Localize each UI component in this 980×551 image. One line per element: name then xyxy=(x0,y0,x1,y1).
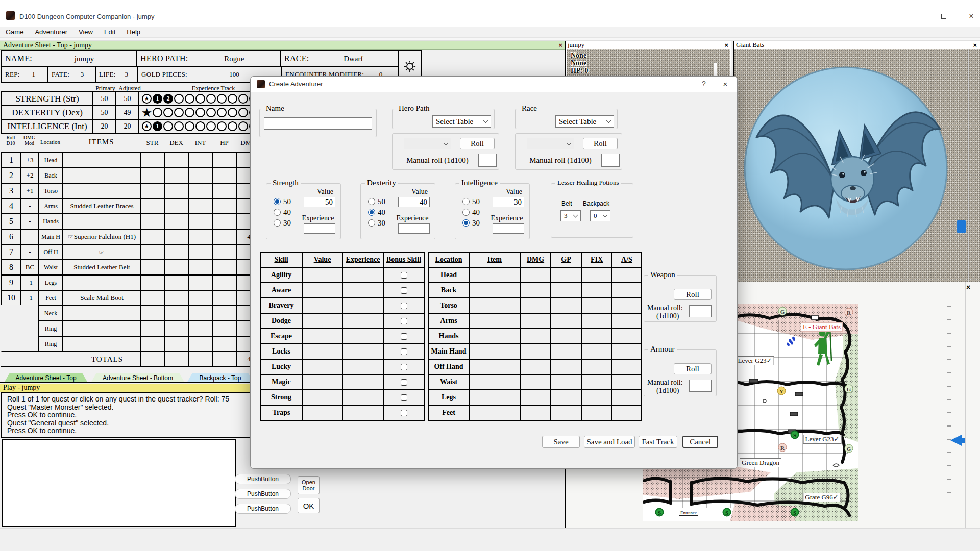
radio-intelligence-30[interactable]: 30 xyxy=(462,218,480,228)
skill-value-agility[interactable] xyxy=(302,267,342,282)
item-stat-cell[interactable] xyxy=(140,320,164,336)
radio-strength-40[interactable]: 40 xyxy=(274,208,291,217)
item-stat-cell[interactable] xyxy=(212,183,236,198)
attribute-experience-strength[interactable] xyxy=(304,223,335,234)
armour-manual-roll-input[interactable] xyxy=(689,380,712,392)
attribute-experience-intelligence[interactable] xyxy=(493,223,524,234)
location-cell-feet[interactable] xyxy=(469,405,520,420)
map-marker-s[interactable]: S xyxy=(791,431,799,439)
skill-experience-bravery[interactable] xyxy=(342,297,383,313)
track-circle[interactable] xyxy=(238,108,248,117)
bonus-skill-checkbox-escape[interactable] xyxy=(401,333,407,340)
location-cell-feet[interactable] xyxy=(550,405,581,420)
item-stat-cell[interactable] xyxy=(212,290,236,305)
item-stat-cell[interactable] xyxy=(164,229,188,244)
item-stat-cell[interactable] xyxy=(140,229,164,244)
push-button-2[interactable]: PushButton xyxy=(235,489,291,499)
item-slot-hands[interactable] xyxy=(62,213,140,229)
location-cell-arms[interactable] xyxy=(581,313,611,328)
armour-roll-button[interactable]: Roll xyxy=(674,363,712,374)
track-circle[interactable] xyxy=(228,121,237,131)
track-circle[interactable] xyxy=(206,108,216,117)
item-slot-torso[interactable] xyxy=(62,183,140,198)
radio-intelligence-40[interactable]: 40 xyxy=(462,208,480,217)
skill-value-traps[interactable] xyxy=(302,405,342,420)
fast-track-button[interactable]: Fast Track xyxy=(639,436,677,448)
map-marker-g[interactable]: G xyxy=(778,307,787,316)
weapon-roll-button[interactable]: Roll xyxy=(674,289,712,300)
item-slot-neck[interactable] xyxy=(62,305,140,320)
track-circle[interactable] xyxy=(217,121,227,131)
track-circle[interactable] xyxy=(238,121,248,131)
location-cell-torso[interactable] xyxy=(520,297,550,313)
location-cell-head[interactable] xyxy=(581,267,611,282)
track-circle[interactable] xyxy=(217,108,227,117)
menu-adventurer[interactable]: Adventurer xyxy=(29,28,73,36)
location-cell-off-hand[interactable] xyxy=(520,359,550,374)
giant-bats-close-icon[interactable]: × xyxy=(973,41,977,49)
skill-value-aware[interactable] xyxy=(302,282,342,297)
item-stat-cell[interactable] xyxy=(164,167,188,183)
map-label-green-dragon[interactable]: Green Dragon xyxy=(740,458,781,467)
map-label-lever-g23[interactable]: Lever G23✓ xyxy=(803,435,842,444)
radio-strength-30[interactable]: 30 xyxy=(274,218,291,228)
track-circle[interactable] xyxy=(174,108,184,117)
track-circle[interactable] xyxy=(228,108,237,117)
location-cell-torso[interactable] xyxy=(611,297,641,313)
location-cell-head[interactable] xyxy=(550,267,581,282)
race-select[interactable]: Select Table xyxy=(555,115,614,128)
location-cell-hands[interactable] xyxy=(520,328,550,343)
open-door-button[interactable]: Open Door xyxy=(298,476,320,494)
track-circle[interactable] xyxy=(185,94,194,104)
monster-close-icon[interactable]: × xyxy=(724,41,728,49)
location-cell-arms[interactable] xyxy=(611,313,641,328)
location-cell-hands[interactable] xyxy=(611,328,641,343)
radio-dexterity-40[interactable]: 40 xyxy=(368,208,385,217)
track-circle[interactable] xyxy=(174,121,184,131)
item-stat-cell[interactable] xyxy=(212,152,236,167)
item-stat-cell[interactable] xyxy=(140,305,164,320)
minimize-icon[interactable]: – xyxy=(908,10,925,22)
location-cell-arms[interactable] xyxy=(550,313,581,328)
skill-experience-dodge[interactable] xyxy=(342,313,383,328)
location-cell-waist[interactable] xyxy=(611,374,641,389)
location-cell-arms[interactable] xyxy=(469,313,520,328)
item-stat-cell[interactable] xyxy=(164,152,188,167)
item-stat-cell[interactable] xyxy=(140,244,164,259)
skill-value-bravery[interactable] xyxy=(302,297,342,313)
item-stat-cell[interactable] xyxy=(212,244,236,259)
item-stat-cell[interactable] xyxy=(164,259,188,274)
dialog-close-icon[interactable]: × xyxy=(719,80,731,88)
item-stat-cell[interactable] xyxy=(164,305,188,320)
track-star-icon[interactable]: ★ xyxy=(142,94,152,104)
race-result-combo[interactable] xyxy=(527,138,574,149)
map-scroll-track[interactable] xyxy=(965,282,966,528)
map-label-e-giant-bats[interactable]: E - Giant Bats xyxy=(801,322,843,332)
track-burst-icon[interactable]: ★ xyxy=(142,108,152,117)
race-roll-button[interactable]: Roll xyxy=(583,138,618,149)
skill-experience-lucky[interactable] xyxy=(342,359,383,374)
location-cell-torso[interactable] xyxy=(550,297,581,313)
save-button[interactable]: Save xyxy=(542,436,580,448)
track-circle[interactable] xyxy=(195,121,205,131)
location-cell-legs[interactable] xyxy=(581,389,611,405)
track-circle[interactable] xyxy=(174,94,184,104)
radio-intelligence-50[interactable]: 50 xyxy=(462,197,480,206)
attribute-value-dexterity[interactable]: 40 xyxy=(398,197,430,207)
location-cell-back[interactable] xyxy=(520,282,550,297)
sheet-close-icon[interactable]: × xyxy=(558,41,562,49)
location-cell-torso[interactable] xyxy=(469,297,520,313)
map-label-entrance[interactable]: Entrance xyxy=(679,510,698,516)
menu-help[interactable]: Help xyxy=(121,28,146,36)
track-circle[interactable] xyxy=(195,94,205,104)
location-cell-main-hand[interactable] xyxy=(550,343,581,359)
track-circle[interactable] xyxy=(238,94,248,104)
skill-value-escape[interactable] xyxy=(302,328,342,343)
item-stat-cell[interactable] xyxy=(212,274,236,290)
hero-path-manual-roll-input[interactable] xyxy=(478,154,497,167)
item-stat-cell[interactable] xyxy=(212,198,236,213)
bonus-skill-checkbox-traps[interactable] xyxy=(401,410,407,416)
track-circle[interactable] xyxy=(163,108,173,117)
track-star-icon[interactable]: ★ xyxy=(142,121,152,131)
location-cell-head[interactable] xyxy=(520,267,550,282)
